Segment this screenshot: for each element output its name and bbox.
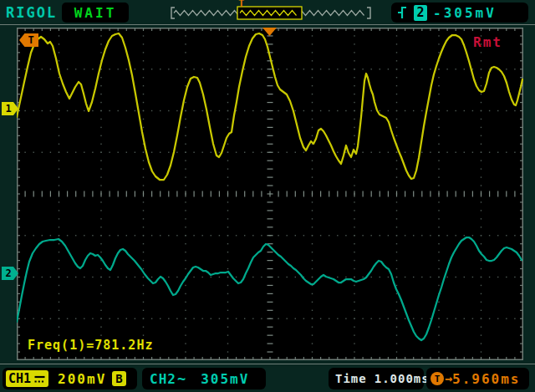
edge-trigger-icon (396, 4, 408, 21)
acquisition-status: WAIT (74, 5, 117, 21)
trigger-position-mini-marker[interactable]: T (238, 0, 244, 9)
trigger-level-value: -305mV (433, 5, 497, 21)
bandwidth-limit-badge: B (112, 371, 125, 386)
frequency-measurement: Freq(1)=781.2Hz (25, 337, 155, 354)
memory-waveform-strip (170, 6, 372, 20)
trigger-source-badge: 2 (414, 5, 427, 21)
trigger-offset-value: 5.960ms (452, 371, 520, 387)
ch2-scale: 305mV (201, 371, 249, 387)
ch1-ground-marker[interactable]: 1 (2, 102, 18, 115)
dc-coupling-icon (33, 374, 46, 384)
oscilloscope-screen: RIGOL WAIT T 2 -305mV 1 2 T Rmt Freq(1)=… (0, 0, 535, 392)
time-value: 1.000ms (374, 372, 430, 385)
ch2-label: CH2 (150, 371, 176, 387)
brand-logo: RIGOL (6, 4, 57, 21)
acquisition-status-box: WAIT (62, 3, 129, 23)
ch2-ground-marker[interactable]: 2 (2, 267, 18, 280)
trigger-offset-readout[interactable]: T → 5.960ms (426, 368, 529, 389)
trigger-t-icon: T (431, 372, 444, 385)
memory-position-bar[interactable] (170, 6, 372, 20)
remote-indicator: Rmt (473, 34, 502, 50)
waveform-plot (17, 28, 523, 360)
ch1-readout[interactable]: CH1 200mV B (3, 368, 137, 389)
ch1-label: CH1 (8, 371, 31, 386)
trigger-readout[interactable]: 2 -305mV (391, 3, 528, 23)
display-area: 1 2 T Rmt Freq(1)=781.2Hz (0, 25, 535, 364)
ch2-readout[interactable]: CH2 ~ 305mV (142, 368, 266, 389)
timebase-readout[interactable]: Time 1.000ms (329, 368, 424, 389)
ac-coupling-icon: ~ (177, 370, 186, 387)
ch1-scale: 200mV (58, 371, 106, 387)
arrow-right-icon: → (445, 371, 452, 386)
ch1-badge: CH1 (6, 370, 48, 387)
time-label: Time (335, 372, 367, 385)
top-status-bar: RIGOL WAIT T 2 -305mV (0, 0, 535, 25)
bottom-status-bar: CH1 200mV B CH2 ~ 305mV Time 1.000ms T →… (0, 364, 535, 392)
